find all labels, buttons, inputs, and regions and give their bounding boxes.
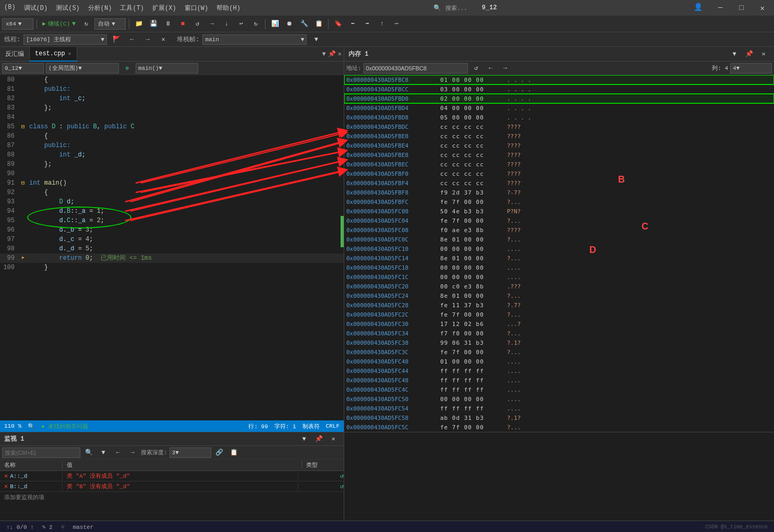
mem-btn[interactable]: 🔧 — [298, 18, 310, 30]
watch-panel: 监视 1 ▼ 📌 ✕ 🔍 ▼ ← → 搜索深度: 3 ▼ 🔗 📋 名称 — [0, 432, 344, 521]
thread-nav-next[interactable]: → — [141, 33, 154, 46]
close-button[interactable]: ✕ — [755, 2, 770, 15]
arrow-right-btn[interactable]: → — [205, 18, 218, 30]
mem-chars-20: .... — [503, 264, 521, 271]
mem-bytes-36: ab 0d 31 b3 — [440, 415, 503, 421]
bottom-status-bar: ↑↓ 0/0 ↑ ✎ 2 ⑂ master CSDN @s_time_essen… — [0, 521, 774, 532]
func-chevron: ▼ — [159, 65, 163, 71]
mem-addr-26: 0x000000430AD5FC30 — [346, 321, 440, 328]
watch-col-type-header: 类型 — [302, 461, 344, 469]
step-back-btn[interactable]: ↩ — [235, 18, 247, 30]
menu-analyze[interactable]: 分析(N) — [88, 4, 112, 13]
depth-chevron: ▼ — [175, 450, 179, 456]
watch-row-1[interactable]: ✕ B::_d 类 "B" 没有成员 "_d" ↺ — [0, 481, 344, 492]
menu-debug[interactable]: 调试(D) — [24, 4, 48, 13]
watch-nav-prev[interactable]: ← — [112, 446, 124, 459]
thread-action-btn[interactable]: ✕ — [157, 33, 170, 46]
auto-dropdown[interactable]: 自动 ▼ — [94, 18, 126, 30]
addr-refresh-btn[interactable]: ↺ — [470, 62, 482, 75]
nav-btn3[interactable]: ↑ — [376, 18, 388, 30]
menu-help[interactable]: 帮助(H) — [216, 4, 240, 13]
mem-row-8: 0x000000430AD5FBE8 cc cc cc cc ???? — [344, 150, 774, 160]
nav-next-btn[interactable]: ➡ — [361, 18, 373, 30]
toolbar-btn3[interactable]: ⏸ — [162, 18, 174, 30]
menu-tools[interactable]: 工具(T) — [120, 4, 144, 13]
bookmark-btn[interactable]: 🔖 — [332, 18, 344, 30]
address-input[interactable] — [364, 63, 468, 74]
mem-row-30: 0x000000430AD5FC40 01 00 00 00 .... — [344, 357, 774, 366]
user-avatar[interactable]: 👤 — [690, 2, 707, 13]
step-over-btn[interactable]: ↻ — [249, 18, 262, 30]
watch-row-0[interactable]: ✕ A::_d 类 "A" 没有成员 "_d" ↺ — [0, 471, 344, 481]
menu-test[interactable]: 测试(S) — [56, 4, 80, 13]
tab-close-icon[interactable]: ✕ — [338, 50, 342, 58]
config-dropdown[interactable]: x64 ▼ — [2, 18, 33, 30]
nav-prev-btn[interactable]: ⬅ — [346, 18, 359, 30]
code-area[interactable]: 80 { 81 public: 82 int _c; 83 — [0, 75, 344, 420]
open-file-btn[interactable]: 📁 — [132, 18, 145, 30]
mem-addr-29: 0x000000430AD5FC3C — [346, 349, 440, 356]
menu-extend[interactable]: 扩展(X) — [152, 4, 176, 13]
line-content-82: int _c; — [27, 94, 344, 103]
col-dropdown[interactable]: 4 ▼ — [730, 63, 772, 74]
line-dropdown[interactable]: 9_12 ▼ — [2, 63, 44, 74]
tab-testcpp[interactable]: test.cpp ✕ — [30, 47, 77, 62]
thread-flag-btn[interactable]: 🚩 — [110, 33, 123, 46]
watch-nav-next[interactable]: → — [126, 446, 139, 459]
trace-btn[interactable]: 📋 — [312, 18, 325, 30]
func-dropdown[interactable]: main() ▼ — [136, 63, 198, 74]
refresh-icon-0[interactable]: ↺ — [340, 472, 344, 480]
mem-row-5: 0x000000430AD5FBDC cc cc cc cc ???? — [344, 122, 774, 131]
arrow-down-btn[interactable]: ↓ — [220, 18, 233, 30]
thread-dropdown[interactable]: [16076] 主线程 ▼ — [23, 34, 107, 45]
menu-b[interactable]: (B) — [4, 4, 16, 13]
restart-btn[interactable]: ↺ — [191, 18, 203, 30]
watch-menu[interactable]: ▼ — [298, 433, 310, 445]
code-line-86: 86 { — [0, 131, 344, 141]
watch-search-btn[interactable]: 🔍 — [82, 446, 95, 459]
watch-close[interactable]: ✕ — [327, 433, 340, 445]
record-btn[interactable]: ⏺ — [283, 18, 296, 30]
watch-search-dropdown[interactable]: ▼ — [97, 446, 110, 459]
tab-disasm[interactable]: 反汇编 — [0, 47, 30, 62]
addr-nav-prev[interactable]: ← — [485, 62, 497, 75]
memory-content[interactable]: 0x000000430AD5FBC8 01 00 00 00 . . . . 0… — [344, 75, 774, 432]
mem-row-25: 0x000000430AD5FC2C fe 7f 00 00 ?... — [344, 310, 774, 319]
editor-status-bar: 110 % 🔍 ● 未找到相关问题 行: 99 字符: 1 制表符 CRLF — [0, 420, 344, 432]
mem-addr-7: 0x000000430AD5FBE4 — [346, 142, 440, 149]
pause-button[interactable]: ↻ — [80, 18, 92, 30]
mem-addr-6: 0x000000430AD5FBE0 — [346, 133, 440, 140]
addr-nav-next[interactable]: → — [499, 62, 512, 75]
stack-dropdown[interactable]: main ▼ — [202, 34, 307, 45]
watch-pin[interactable]: 📌 — [312, 433, 325, 445]
error-nav: ↑↓ 0/0 ↑ — [6, 524, 34, 530]
memory-panel-menu[interactable]: ▼ — [728, 48, 741, 61]
watch-add-row[interactable]: 添加要监视的项 — [0, 492, 344, 502]
thread-nav-prev[interactable]: ← — [126, 33, 138, 46]
maximize-button[interactable]: □ — [734, 2, 748, 15]
zoom-level: 110 % — [4, 423, 21, 429]
char-info: 字符: 1 — [274, 422, 296, 430]
refresh-icon-1[interactable]: ↺ — [340, 482, 344, 490]
watch-action-btn2[interactable]: 📋 — [228, 446, 240, 459]
depth-dropdown[interactable]: 3 ▼ — [170, 448, 211, 458]
save-btn[interactable]: 💾 — [147, 18, 160, 30]
stack-action-btn[interactable]: ▼ — [310, 33, 322, 46]
tab-menu-icon[interactable]: ▼ — [322, 51, 326, 58]
watch-search-input[interactable] — [2, 448, 80, 458]
stop-btn[interactable]: ■ — [176, 18, 189, 30]
more-btn[interactable]: ⋯ — [390, 18, 403, 30]
scope-dropdown[interactable]: (全局范围) ▼ — [46, 63, 119, 74]
close-tab-icon[interactable]: ✕ — [68, 51, 71, 57]
mem-chars-28: ?.1? — [503, 340, 521, 346]
memory-panel-pin[interactable]: 📌 — [743, 48, 755, 61]
watch-cell-val-1: 类 "B" 没有成员 "_d" — [63, 482, 298, 490]
continue-button[interactable]: ▶ 继续(C) ▼ — [40, 18, 78, 30]
tab-pin-icon[interactable]: 📌 — [328, 50, 336, 58]
memory-panel-close[interactable]: ✕ — [757, 48, 770, 61]
menu-window[interactable]: 窗口(W) — [185, 4, 209, 13]
search-label: 搜索... — [445, 4, 467, 12]
watch-action-btn[interactable]: 🔗 — [213, 446, 226, 459]
minimize-button[interactable]: ─ — [713, 2, 728, 15]
perf-btn[interactable]: 📊 — [269, 18, 281, 30]
